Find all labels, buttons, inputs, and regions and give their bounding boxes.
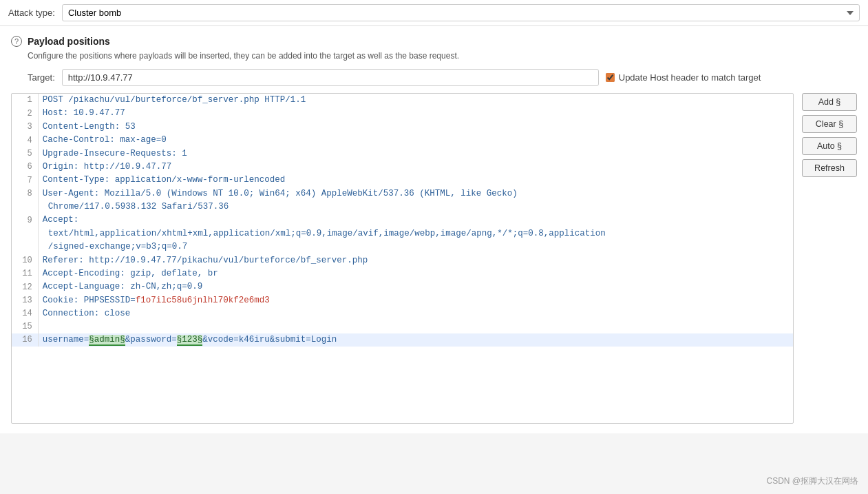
table-row: 10Referer: http://10.9.47.77/pikachu/vul…	[12, 254, 793, 267]
table-row: 7Content-Type: application/x-www-form-ur…	[12, 174, 793, 187]
line-content: Cookie: PHPSESSID=f1o7ilc58u6jnlhl70kf2e…	[38, 294, 793, 307]
line-content: Accept:	[38, 214, 793, 227]
table-row: 9Accept:	[12, 214, 793, 227]
line-number: 5	[12, 147, 38, 161]
table-row: /signed-exchange;v=b3;q=0.7	[12, 240, 793, 254]
line-content: Origin: http://10.9.47.77	[38, 161, 793, 174]
editor-area: 1POST /pikachu/vul/burteforce/bf_server.…	[11, 93, 857, 424]
line-content: POST /pikachu/vul/burteforce/bf_server.p…	[38, 94, 793, 107]
table-row: 1POST /pikachu/vul/burteforce/bf_server.…	[12, 94, 793, 107]
line-content: User-Agent: Mozilla/5.0 (Windows NT 10.0…	[38, 187, 793, 200]
line-content	[38, 320, 793, 333]
line-number: 9	[12, 214, 38, 227]
attack-type-label: Attack type:	[8, 8, 55, 18]
line-number: 8	[12, 187, 38, 200]
target-row: Target: Update Host header to match targ…	[28, 69, 857, 86]
line-content: /signed-exchange;v=b3;q=0.7	[38, 240, 793, 254]
line-content: text/html,application/xhtml+xml,applicat…	[38, 227, 793, 240]
table-row: 11Accept-Encoding: gzip, deflate, br	[12, 267, 793, 280]
line-content: Content-Type: application/x-www-form-url…	[38, 174, 793, 187]
line-number: 10	[12, 254, 38, 267]
section-title: Payload positions	[28, 36, 110, 47]
line-number	[12, 240, 38, 254]
refresh-button[interactable]: Refresh	[802, 159, 857, 177]
line-content: Content-Length: 53	[38, 121, 793, 134]
line-content: username=§admin§&password=§123§&vcode=k4…	[38, 333, 793, 347]
update-host-checkbox[interactable]	[606, 73, 615, 82]
target-input[interactable]	[62, 69, 599, 86]
attack-type-bar: Attack type: Cluster bomb Sniper Batteri…	[0, 0, 868, 26]
line-number: 16	[12, 333, 38, 347]
line-content: Accept-Encoding: gzip, deflate, br	[38, 267, 793, 280]
section-description: Configure the positions where payloads w…	[28, 51, 857, 61]
line-number: 6	[12, 161, 38, 174]
line-number: 12	[12, 280, 38, 294]
line-number: 14	[12, 307, 38, 320]
table-row: 12Accept-Language: zh-CN,zh;q=0.9	[12, 280, 793, 294]
line-number: 1	[12, 94, 38, 107]
table-row: 3Content-Length: 53	[12, 121, 793, 134]
line-number: 11	[12, 267, 38, 280]
target-label: Target:	[28, 72, 55, 83]
main-content: ? Payload positions Configure the positi…	[0, 26, 868, 433]
line-content: Chrome/117.0.5938.132 Safari/537.36	[38, 200, 793, 214]
table-row: 15	[12, 320, 793, 333]
table-row: 14Connection: close	[12, 307, 793, 320]
line-number: 15	[12, 320, 38, 333]
line-number	[12, 227, 38, 240]
update-host-label: Update Host header to match target	[619, 72, 761, 83]
request-table: 1POST /pikachu/vul/burteforce/bf_server.…	[12, 94, 793, 347]
table-row: 8User-Agent: Mozilla/5.0 (Windows NT 10.…	[12, 187, 793, 200]
table-row: 13Cookie: PHPSESSID=f1o7ilc58u6jnlhl70kf…	[12, 294, 793, 307]
table-row: 16username=§admin§&password=§123§&vcode=…	[12, 333, 793, 347]
table-row: Chrome/117.0.5938.132 Safari/537.36	[12, 200, 793, 214]
line-number: 4	[12, 134, 38, 147]
line-content: Upgrade-Insecure-Requests: 1	[38, 147, 793, 161]
line-number: 13	[12, 294, 38, 307]
table-row: 6Origin: http://10.9.47.77	[12, 161, 793, 174]
table-row: 4Cache-Control: max-age=0	[12, 134, 793, 147]
update-host-row: Update Host header to match target	[606, 72, 761, 83]
table-row: 5Upgrade-Insecure-Requests: 1	[12, 147, 793, 161]
add-button[interactable]: Add §	[802, 93, 857, 111]
line-content: Cache-Control: max-age=0	[38, 134, 793, 147]
line-content: Accept-Language: zh-CN,zh;q=0.9	[38, 280, 793, 294]
table-row: text/html,application/xhtml+xml,applicat…	[12, 227, 793, 240]
button-panel: Add § Clear § Auto § Refresh	[802, 93, 857, 424]
attack-type-select[interactable]: Cluster bomb Sniper Battering ram Pitchf…	[62, 4, 860, 21]
help-icon[interactable]: ?	[11, 36, 22, 47]
clear-button[interactable]: Clear §	[802, 115, 857, 133]
line-number: 2	[12, 107, 38, 120]
line-number: 3	[12, 121, 38, 134]
table-row: 2Host: 10.9.47.77	[12, 107, 793, 120]
section-header: ? Payload positions	[11, 36, 857, 47]
line-number: 7	[12, 174, 38, 187]
line-content: Referer: http://10.9.47.77/pikachu/vul/b…	[38, 254, 793, 267]
line-number	[12, 200, 38, 214]
line-content: Connection: close	[38, 307, 793, 320]
auto-button[interactable]: Auto §	[802, 137, 857, 155]
request-editor[interactable]: 1POST /pikachu/vul/burteforce/bf_server.…	[11, 93, 794, 424]
line-content: Host: 10.9.47.77	[38, 107, 793, 120]
